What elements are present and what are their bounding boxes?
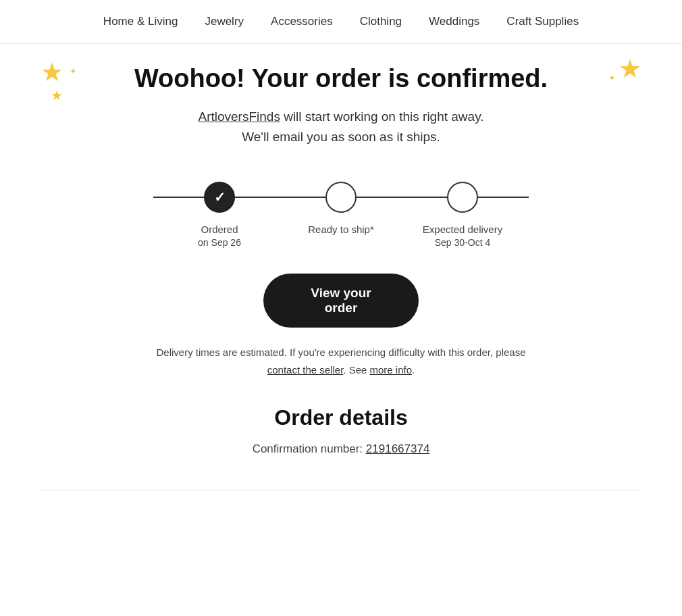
bottom-divider: [41, 490, 641, 490]
step-label-ordered: Ordered: [201, 222, 238, 238]
star-big-left-icon: ★: [41, 58, 63, 86]
step-date-ordered: on Sep 26: [198, 237, 241, 248]
star-dot-right-icon: ✦: [608, 73, 616, 83]
subtitle-text: ArtloversFinds will start working on thi…: [14, 107, 668, 148]
nav-item-weddings[interactable]: Weddings: [429, 15, 479, 28]
nav-item-home-living[interactable]: Home & Living: [103, 15, 178, 28]
tracker-step-ordered: Ordered on Sep 26: [159, 182, 280, 249]
order-details-heading: Order details: [0, 405, 682, 430]
confirmation-label: Confirmation number:: [253, 442, 363, 455]
step-label-delivery: Expected delivery: [423, 222, 502, 238]
disclaimer-text: Delivery times are estimated. If you're …: [0, 344, 682, 378]
subtitle-part2: We'll email you as soon as it ships.: [242, 130, 440, 144]
contact-seller-link[interactable]: contact the seller: [267, 364, 344, 376]
disclaimer-text1: Delivery times are estimated. If you're …: [156, 346, 525, 358]
star-dot-left-icon: ✦: [70, 66, 77, 76]
hero-section: ★ ✦ ★ ✦ ★ Woohoo! Your order is confirme…: [0, 44, 682, 155]
view-order-button[interactable]: View your order: [263, 274, 419, 328]
nav-item-accessories[interactable]: Accessories: [271, 15, 333, 28]
more-info-link[interactable]: more info: [370, 364, 413, 376]
step-circle-ready: [325, 182, 357, 213]
subtitle-part1: will start working on this right away.: [280, 109, 484, 124]
step-circle-delivery: [447, 182, 478, 213]
star-big-right-icon: ★: [619, 55, 641, 83]
nav-item-jewelry[interactable]: Jewelry: [205, 15, 244, 28]
main-nav: Home & Living Jewelry Accessories Clothi…: [0, 0, 682, 44]
stars-left-decoration: ★ ✦ ★: [41, 57, 74, 103]
nav-item-clothing[interactable]: Clothing: [360, 15, 402, 28]
stars-right-decoration: ✦ ★: [608, 54, 641, 84]
nav-item-craft-supplies[interactable]: Craft Supplies: [506, 15, 579, 28]
page-heading: Woohoo! Your order is confirmed.: [14, 64, 668, 93]
star-small-left-icon: ★: [51, 88, 63, 103]
confirmation-number-text: Confirmation number: 2191667374: [0, 442, 682, 456]
tracker-step-delivery: Expected delivery Sep 30-Oct 4: [402, 182, 523, 249]
order-details-section: Order details Confirmation number: 21916…: [0, 405, 682, 476]
seller-link[interactable]: ArtloversFinds: [198, 109, 280, 124]
step-label-ready: Ready to ship*: [308, 222, 374, 238]
confirmation-number-link[interactable]: 2191667374: [366, 442, 430, 455]
step-circle-ordered: [204, 182, 235, 213]
disclaimer-text2: . See: [343, 364, 367, 376]
order-progress-tracker: Ordered on Sep 26 Ready to ship* Expecte…: [138, 182, 544, 249]
tracker-step-ready: Ready to ship*: [280, 182, 402, 238]
step-date-delivery: Sep 30-Oct 4: [435, 237, 491, 248]
disclaimer-text3: .: [412, 364, 415, 376]
